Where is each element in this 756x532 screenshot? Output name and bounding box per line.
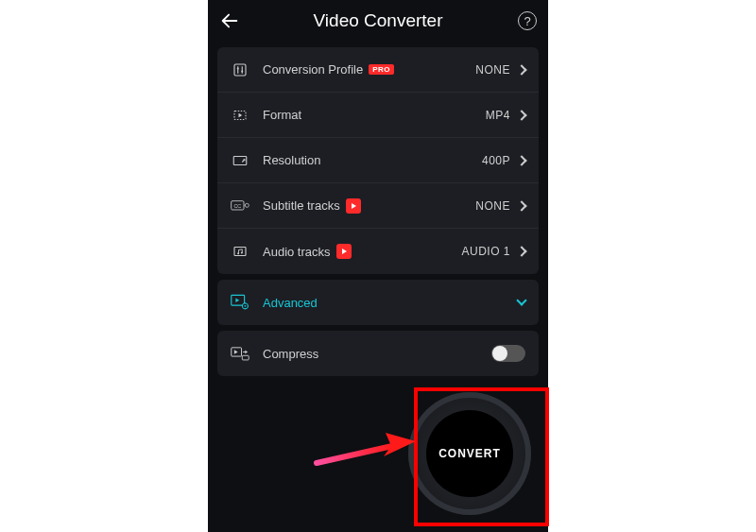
svg-point-4 [241,70,243,72]
svg-rect-0 [234,64,246,76]
row-subtitle-tracks[interactable]: CC Subtitle tracks NONE [217,183,539,229]
play-badge-icon [346,198,361,214]
svg-text:CC: CC [233,202,241,208]
advanced-card: Advanced [217,280,539,325]
app-screen: Video Converter ? Conversion Profile PRO… [208,0,548,532]
header: Video Converter ? [208,0,548,42]
row-resolution[interactable]: Resolution 400P [217,138,539,183]
row-value: AUDIO 1 [461,245,510,258]
sliders-icon [231,60,249,79]
svg-marker-25 [234,350,238,354]
row-label: Resolution [263,153,320,167]
convert-button-ring: CONVERT [408,392,531,515]
row-value: 400P [482,154,510,167]
chevron-right-icon [516,64,526,75]
svg-point-15 [241,252,243,254]
svg-marker-6 [239,112,243,117]
chevron-right-icon [516,155,526,165]
svg-point-11 [245,203,249,207]
cc-icon: CC [231,197,249,215]
svg-point-14 [237,252,239,254]
row-label: Advanced [263,296,318,310]
row-value: NONE [475,199,510,213]
row-audio-tracks[interactable]: Audio tracks AUDIO 1 [217,229,539,274]
svg-point-3 [237,67,239,69]
svg-rect-13 [234,248,246,256]
chevron-down-icon [516,295,526,305]
help-icon[interactable]: ? [518,11,537,30]
row-label: Conversion Profile PRO [263,62,394,77]
svg-marker-17 [235,298,239,302]
audio-icon [231,242,249,261]
svg-marker-26 [245,351,247,354]
chevron-right-icon [516,200,526,211]
format-icon [231,106,249,125]
svg-rect-27 [242,355,249,360]
row-label: Format [263,108,301,122]
row-value: NONE [475,63,510,77]
compress-icon [231,344,249,363]
row-conversion-profile[interactable]: Conversion Profile PRO NONE [217,47,539,93]
resolution-icon [231,151,249,170]
compress-card: Compress [217,331,539,376]
row-label: Audio tracks [263,244,352,259]
back-icon[interactable] [219,10,240,31]
row-label: Compress [263,347,318,361]
play-badge-icon [336,244,352,259]
chevron-right-icon [516,246,526,256]
advanced-icon [231,293,249,312]
row-value: MP4 [486,109,510,122]
chevron-right-icon [516,110,526,120]
row-label: Subtitle tracks [263,198,361,214]
page-title: Video Converter [314,10,443,31]
pro-badge: PRO [369,64,394,75]
row-advanced[interactable]: Advanced [217,280,539,325]
compress-toggle[interactable] [491,345,525,362]
svg-point-19 [244,305,246,307]
settings-card: Conversion Profile PRO NONE Format MP4 R… [217,47,539,274]
row-format[interactable]: Format MP4 [217,93,539,138]
convert-button[interactable]: CONVERT [426,410,513,497]
row-compress: Compress [217,331,539,376]
